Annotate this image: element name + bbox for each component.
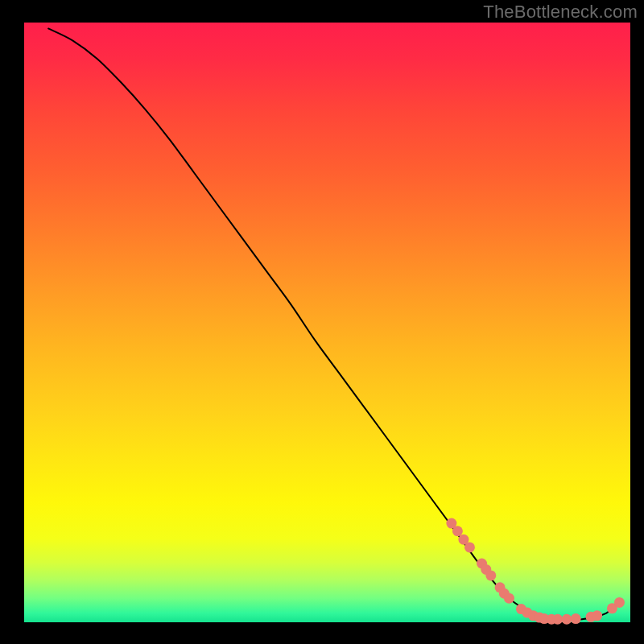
watermark-text: TheBottleneck.com	[483, 2, 638, 23]
chart-frame: TheBottleneck.com	[0, 0, 644, 644]
data-marker	[561, 614, 572, 625]
data-marker	[552, 614, 563, 625]
data-marker	[571, 613, 581, 624]
data-marker	[614, 597, 625, 608]
gradient-background	[24, 23, 630, 622]
data-marker	[504, 593, 514, 604]
data-marker	[464, 542, 475, 552]
data-marker	[592, 610, 602, 621]
chart-canvas	[0, 0, 644, 644]
data-marker	[485, 570, 496, 580]
data-marker	[452, 526, 463, 536]
